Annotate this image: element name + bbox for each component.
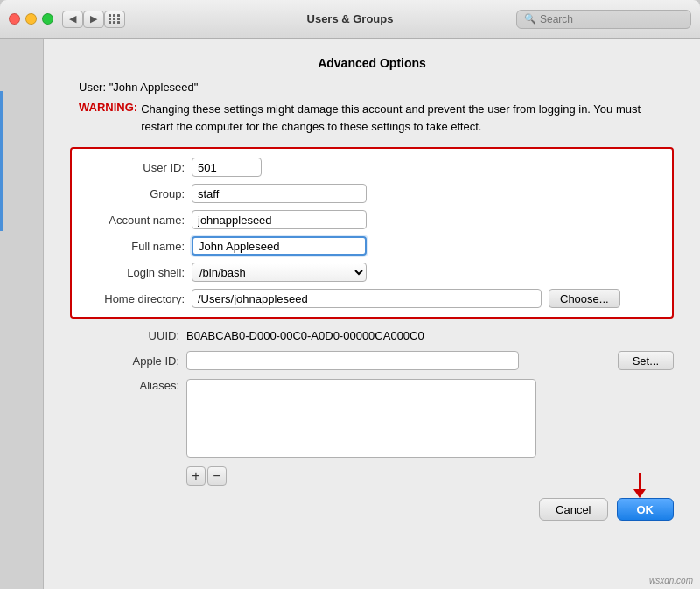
apple-id-label: Apple ID: xyxy=(79,354,179,368)
full-name-label: Full name: xyxy=(84,240,185,253)
aliases-label: Aliases: xyxy=(79,379,179,392)
home-directory-row: Home directory: Choose... xyxy=(84,289,660,308)
aliases-row: Aliases: xyxy=(79,379,674,458)
aliases-textarea[interactable] xyxy=(186,379,536,458)
set-button[interactable]: Set... xyxy=(618,351,674,370)
user-id-row: User ID: xyxy=(84,158,660,177)
login-shell-label: Login shell: xyxy=(84,266,185,279)
red-bordered-section: User ID: Group: Account name: Full name:… xyxy=(70,147,674,319)
account-name-row: Account name: xyxy=(84,210,660,229)
account-name-input[interactable] xyxy=(192,210,367,229)
dialog-area: Advanced Options User: "John Appleseed" … xyxy=(44,39,700,589)
arrow-head xyxy=(634,489,646,498)
apple-id-row: Apple ID: Set... xyxy=(79,351,674,370)
grid-icon xyxy=(108,14,121,24)
user-id-label: User ID: xyxy=(84,161,185,174)
titlebar: ◀ ▶ Users & Groups 🔍 xyxy=(0,0,700,39)
watermark: wsxdn.com xyxy=(649,576,693,585)
window-title: Users & Groups xyxy=(307,12,394,25)
uuid-label: UUID: xyxy=(79,329,179,342)
bottom-row: Cancel OK xyxy=(70,498,674,521)
user-label: User: "John Appleseed" xyxy=(79,81,674,94)
warning-label: WARNING: xyxy=(79,101,137,135)
search-input[interactable] xyxy=(540,13,683,25)
choose-button[interactable]: Choose... xyxy=(549,289,620,308)
home-directory-input[interactable] xyxy=(192,289,542,308)
search-box[interactable]: 🔍 xyxy=(516,10,691,29)
forward-button[interactable]: ▶ xyxy=(83,11,104,28)
apple-id-input[interactable] xyxy=(186,351,519,370)
minimize-button[interactable] xyxy=(25,13,37,25)
search-icon: 🔍 xyxy=(524,13,536,25)
traffic-lights xyxy=(9,13,53,25)
close-button[interactable] xyxy=(9,13,20,25)
ok-arrow-indicator xyxy=(634,473,646,498)
warning-box: WARNING: Changing these settings might d… xyxy=(79,101,674,135)
grid-button[interactable] xyxy=(104,11,125,28)
add-alias-button[interactable]: + xyxy=(186,466,206,486)
warning-text: Changing these settings might damage thi… xyxy=(141,101,674,135)
full-name-row: Full name: xyxy=(84,236,660,256)
uuid-value: B0ABCAB0-D000-00C0-A0D0-00000CA000C0 xyxy=(186,329,424,342)
uuid-row: UUID: B0ABCAB0-D000-00C0-A0D0-00000CA000… xyxy=(79,329,674,342)
home-directory-label: Home directory: xyxy=(84,292,185,305)
sidebar-strip xyxy=(0,39,44,589)
full-name-input[interactable] xyxy=(192,236,367,256)
main-content: Advanced Options User: "John Appleseed" … xyxy=(0,39,700,589)
login-shell-select[interactable]: /bin/bash /bin/zsh /bin/sh /bin/tcsh xyxy=(192,263,367,282)
back-button[interactable]: ◀ xyxy=(62,11,83,28)
group-row: Group: xyxy=(84,184,660,203)
account-name-label: Account name: xyxy=(84,214,185,227)
user-id-input[interactable] xyxy=(192,158,262,177)
plus-minus-row: + − xyxy=(186,466,674,486)
cancel-button[interactable]: Cancel xyxy=(539,498,607,521)
group-input[interactable] xyxy=(192,184,367,203)
dialog-title: Advanced Options xyxy=(70,56,674,70)
group-label: Group: xyxy=(84,187,185,200)
maximize-button[interactable] xyxy=(42,13,53,25)
login-shell-row: Login shell: /bin/bash /bin/zsh /bin/sh … xyxy=(84,263,660,282)
arrow-shaft xyxy=(639,473,641,489)
remove-alias-button[interactable]: − xyxy=(207,466,227,486)
sidebar-blue-bar xyxy=(0,91,4,231)
ok-button[interactable]: OK xyxy=(617,498,675,521)
